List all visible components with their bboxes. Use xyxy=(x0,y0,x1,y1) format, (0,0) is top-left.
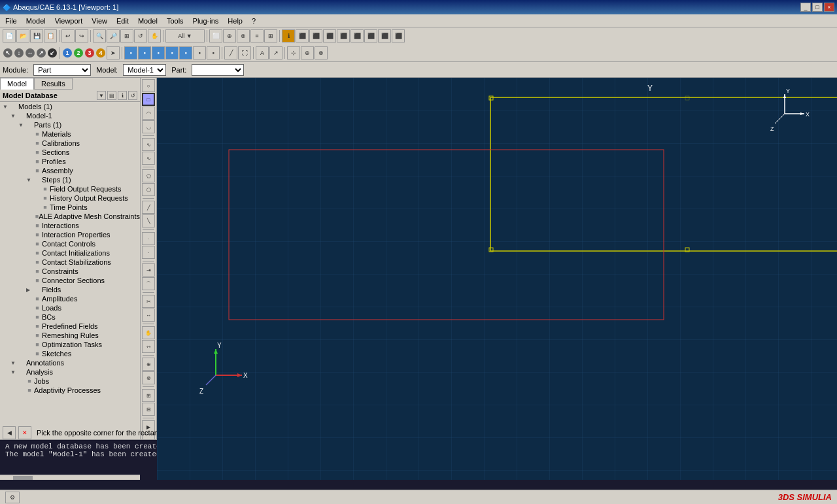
vtb-constr2[interactable]: ⊗ xyxy=(142,371,155,384)
view-btn5[interactable]: ▪ xyxy=(179,46,192,59)
menu-view[interactable]: View xyxy=(88,16,111,26)
zoom-out-button[interactable]: 🔍 xyxy=(93,29,106,42)
save-as-button[interactable]: 📋 xyxy=(44,29,57,42)
tree-item[interactable]: ■ BCs xyxy=(0,312,140,322)
draw-shape[interactable]: ⛶ xyxy=(238,46,251,59)
tree-refresh-btn[interactable]: ↺ xyxy=(128,91,137,100)
tree-item[interactable]: ■ Interaction Properties xyxy=(0,230,140,239)
vtb-trim[interactable]: ✂ xyxy=(142,295,155,308)
stop-btn[interactable]: ✕ xyxy=(18,426,31,439)
tree-item[interactable]: ■ Constraints xyxy=(0,267,140,276)
vtb-extend[interactable]: ↔ xyxy=(142,309,155,322)
misc2[interactable]: ⊕ xyxy=(301,46,314,59)
menu-tools[interactable]: Tools xyxy=(163,16,188,26)
vtb-grid1[interactable]: ⊞ xyxy=(142,389,155,402)
tool10[interactable]: ⬛ xyxy=(350,29,364,42)
num-btn-4[interactable]: 4 xyxy=(96,48,105,58)
vtb-move[interactable]: ✋ xyxy=(142,326,155,339)
tool3[interactable]: ⊗ xyxy=(237,29,250,42)
num-btn-3[interactable]: 3 xyxy=(85,48,94,58)
tree-item[interactable]: ▼ Models (1) xyxy=(0,102,140,111)
num-btn-2[interactable]: 2 xyxy=(74,48,83,58)
vtb-spline[interactable]: ∿ xyxy=(142,138,155,151)
vtb-rect[interactable]: □ xyxy=(142,93,155,106)
tree-hscroll[interactable] xyxy=(0,475,140,480)
tool4[interactable]: ≡ xyxy=(250,29,264,42)
tree-item[interactable]: ■ Loads xyxy=(0,303,140,312)
select-all-dropdown[interactable]: All ▼ xyxy=(165,29,205,42)
vtb-arc[interactable]: ◠ xyxy=(142,107,155,120)
fit-button[interactable]: ⊞ xyxy=(120,29,133,42)
vtb-fillet[interactable]: ⌒ xyxy=(142,277,155,290)
part-select[interactable] xyxy=(192,64,244,76)
tool1[interactable]: ⬜ xyxy=(209,29,222,42)
anno-arrow[interactable]: ↗ xyxy=(269,46,282,59)
menu-model[interactable]: Model xyxy=(22,16,50,26)
tree-item[interactable]: ■ Remeshing Rules xyxy=(0,331,140,340)
status-icon[interactable]: ⚙ xyxy=(5,492,20,503)
tool9[interactable]: ⬛ xyxy=(337,29,350,42)
tree-item[interactable]: ■ Sketches xyxy=(0,349,140,358)
view-btn4[interactable]: ▪ xyxy=(165,46,179,59)
menu-edit[interactable]: Edit xyxy=(112,16,133,26)
vtb-dim[interactable]: ⇿ xyxy=(142,340,155,353)
vtb-point[interactable]: · xyxy=(142,232,155,245)
tab-model[interactable]: Model xyxy=(0,78,34,90)
num-btn-1[interactable]: 1 xyxy=(63,48,72,58)
anno-text[interactable]: A xyxy=(256,46,269,59)
tool7[interactable]: ⬛ xyxy=(309,29,322,42)
rotate-button[interactable]: ↺ xyxy=(134,29,147,42)
tree-item[interactable]: ■ ALE Adaptive Mesh Constraints xyxy=(0,212,140,221)
tree-item[interactable]: ■ Assembly xyxy=(0,166,140,175)
title-bar-right[interactable]: _ □ × xyxy=(800,3,834,12)
viewport[interactable]: x:-0.53, y:0.2 xyxy=(157,78,837,480)
tree-item[interactable]: ■ Contact Stabilizations xyxy=(0,258,140,267)
model-select[interactable]: Model-1 xyxy=(123,64,166,76)
tree-item[interactable]: ■ Contact Initializations xyxy=(0,248,140,258)
minimize-button[interactable]: _ xyxy=(800,3,811,12)
open-button[interactable]: 📂 xyxy=(16,29,29,42)
vtb-arc2[interactable]: ◡ xyxy=(142,120,155,133)
misc3[interactable]: ⊗ xyxy=(315,46,328,59)
tool13[interactable]: ⬛ xyxy=(392,29,405,42)
tool6[interactable]: ⬛ xyxy=(296,29,309,42)
menu-model2[interactable]: Model xyxy=(134,16,162,26)
menu-file[interactable]: File xyxy=(1,16,21,26)
vtb-grid2[interactable]: ⊟ xyxy=(142,403,155,416)
tree-expand-btn[interactable]: ▼ xyxy=(97,91,106,100)
menu-question[interactable]: ? xyxy=(248,16,260,26)
tool12[interactable]: ⬛ xyxy=(378,29,391,42)
misc1[interactable]: ⊹ xyxy=(287,46,300,59)
tree-item[interactable]: ■ Predefined Fields xyxy=(0,322,140,331)
close-button[interactable]: × xyxy=(824,3,834,12)
tree-item[interactable]: ■ Jobs xyxy=(0,377,140,386)
zoom-in-button[interactable]: 🔎 xyxy=(107,29,120,42)
vtb-constr1[interactable]: ⊕ xyxy=(142,358,155,371)
tree-item[interactable]: ▼ Annotations xyxy=(0,358,140,367)
vtb-spline2[interactable]: ∿ xyxy=(142,152,155,165)
view-btn3[interactable]: ▪ xyxy=(152,46,165,59)
tree-item[interactable]: ■ Profiles xyxy=(0,157,140,166)
vtb-point2[interactable]: · xyxy=(142,246,155,259)
tree-info-btn[interactable]: ℹ xyxy=(118,91,127,100)
vtb-poly2[interactable]: ⬡ xyxy=(142,183,155,196)
tree-item[interactable]: ■ Time Points xyxy=(0,203,140,212)
tree-item[interactable]: ▼ Parts (1) xyxy=(0,120,140,129)
new-button[interactable]: 📄 xyxy=(3,29,16,42)
tree-item[interactable]: ■ Optimization Tasks xyxy=(0,340,140,349)
tree-filter-btn[interactable]: ▤ xyxy=(107,91,116,100)
tool5[interactable]: ⊞ xyxy=(264,29,277,42)
undo-button[interactable]: ↩ xyxy=(61,29,75,42)
back-btn[interactable]: ◀ xyxy=(3,426,16,439)
view-btn7[interactable]: ▪ xyxy=(207,46,220,59)
tree-item[interactable]: ■ Interactions xyxy=(0,221,140,230)
pan-button[interactable]: ✋ xyxy=(148,29,161,42)
tree-item[interactable]: ■ Materials xyxy=(0,129,140,139)
menu-plugins[interactable]: Plug-ins xyxy=(189,16,223,26)
vtb-circle[interactable]: ○ xyxy=(142,79,155,92)
view-btn6[interactable]: ▪ xyxy=(193,46,206,59)
tree-item[interactable]: ▼ Steps (1) xyxy=(0,175,140,184)
tree-item[interactable]: ■ History Output Requests xyxy=(0,193,140,203)
vtb-line2[interactable]: ╲ xyxy=(142,214,155,227)
vtb-offset[interactable]: ⇥ xyxy=(142,263,155,277)
